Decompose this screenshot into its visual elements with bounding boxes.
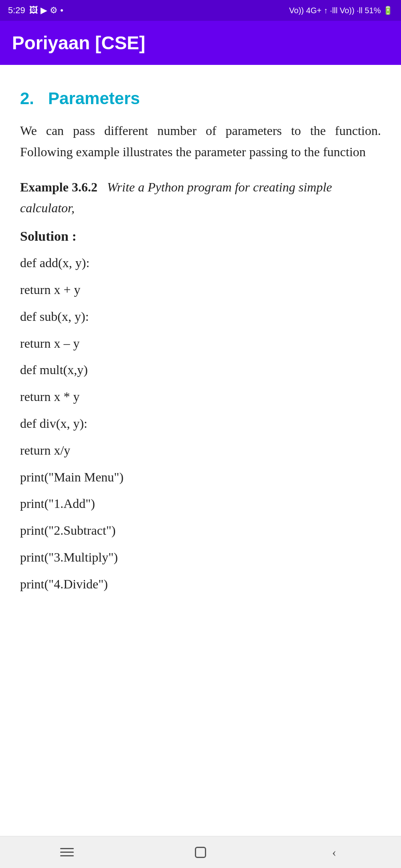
code-line-11: print("2.Subtract") bbox=[20, 522, 381, 540]
code-line-2: return x + y bbox=[20, 281, 381, 299]
status-right: Vo)) 4G+ ↑ ·lll Vo)) ·ll 51% 🔋 bbox=[289, 6, 393, 15]
code-line-1: def add(x, y): bbox=[20, 254, 381, 272]
section-heading: 2. Parameters bbox=[20, 89, 381, 108]
code-line-4: return x – y bbox=[20, 334, 381, 352]
main-content: 2. Parameters We can pass different numb… bbox=[0, 65, 401, 836]
code-line-6: return x * y bbox=[20, 388, 381, 406]
menu-icon bbox=[60, 848, 74, 856]
code-line-7: def div(x, y): bbox=[20, 415, 381, 433]
code-line-9: print("Main Menu") bbox=[20, 468, 381, 486]
example-text: Example 3.6.2 Write a Python program for… bbox=[20, 177, 381, 219]
code-line-3: def sub(x, y): bbox=[20, 308, 381, 326]
app-header: Poriyaan [CSE] bbox=[0, 21, 401, 65]
solution-label: Solution : bbox=[20, 229, 381, 244]
home-button[interactable] bbox=[188, 840, 213, 864]
bottom-navigation: ‹ bbox=[0, 836, 401, 868]
code-line-10: print("1.Add") bbox=[20, 495, 381, 513]
status-bar: 5:29 🖼 ▶ ⚙ • Vo)) 4G+ ↑ ·lll Vo)) ·ll 51… bbox=[0, 0, 401, 21]
code-line-8: return x/y bbox=[20, 441, 381, 459]
home-icon bbox=[195, 847, 206, 858]
code-block: def add(x, y): return x + y def sub(x, y… bbox=[20, 254, 381, 593]
status-left: 5:29 🖼 ▶ ⚙ • bbox=[8, 5, 63, 16]
status-time: 5:29 bbox=[8, 5, 25, 16]
menu-button[interactable] bbox=[55, 840, 79, 864]
status-network-icons: Vo)) 4G+ ↑ ·lll Vo)) ·ll 51% 🔋 bbox=[289, 6, 393, 15]
app-title: Poriyaan [CSE] bbox=[12, 32, 389, 54]
intro-paragraph: We can pass different number of paramete… bbox=[20, 120, 381, 163]
section-title: Parameters bbox=[48, 89, 140, 108]
back-icon: ‹ bbox=[332, 845, 336, 860]
code-line-12: print("3.Multiply") bbox=[20, 548, 381, 566]
code-line-5: def mult(x,y) bbox=[20, 361, 381, 379]
status-icons: 🖼 ▶ ⚙ • bbox=[29, 5, 63, 16]
section-number: 2. bbox=[20, 89, 34, 108]
example-label: Example 3.6.2 bbox=[20, 180, 97, 194]
code-line-13: print("4.Divide") bbox=[20, 575, 381, 593]
back-button[interactable]: ‹ bbox=[322, 840, 346, 864]
